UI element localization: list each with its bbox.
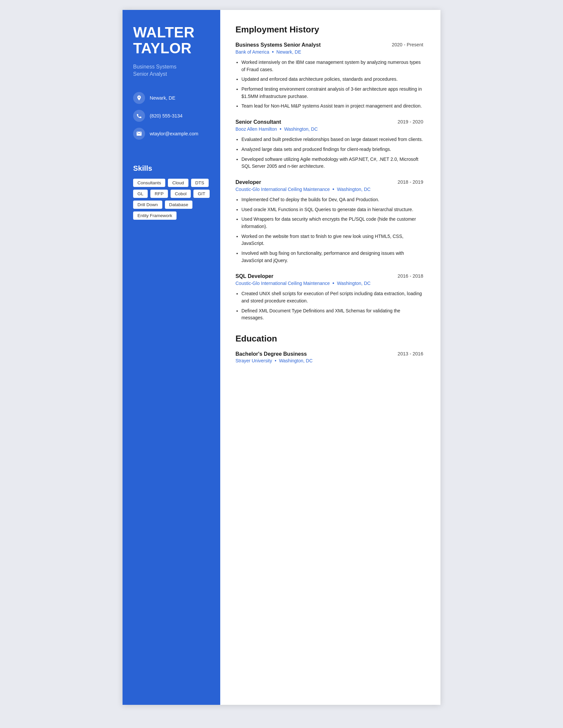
sidebar: WALTER TAYLOR Business SystemsSenior Ana… [122,10,220,705]
bullet-item: Involved with bug fixing on functionalit… [241,250,423,264]
edu-dates: 2013 - 2016 [398,351,423,356]
job-header: Senior Consultant 2019 - 2020 [235,119,423,125]
company-location: Washington, DC [337,187,370,192]
contact-email: wtaylor@example.com [133,128,210,140]
dot-separator: • [274,358,276,363]
skill-tag: Consultants [133,179,165,187]
job-company: Bank of America • Newark, DE [235,49,423,55]
skills-tags: ConsultantsCloudDTSGLRFPCobolGITDrill Do… [133,179,210,220]
bullet-item: Developed software utilizing Agile metho… [241,156,423,170]
job-bullets: Implemented Chef to deploy the builds fo… [235,196,423,264]
bullet-item: Evaluated and built predictive relations… [241,136,423,143]
bullet-item: Defined XML Document Type Definitions an… [241,307,423,322]
skill-tag: Cloud [168,179,188,187]
job-dates: 2019 - 2020 [398,119,423,124]
email-icon [133,128,145,140]
education-section: Education Bachelor's Degree Business 201… [235,334,423,363]
job-dates: 2020 - Present [392,42,423,47]
bullet-item: Implemented Chef to deploy the builds fo… [241,196,423,204]
dot-separator: • [333,186,335,192]
job-block: SQL Developer 2016 - 2018 Coustic-Glo In… [235,273,423,322]
company-name: Coustic-Glo International Ceiling Mainte… [235,281,330,286]
company-name: Bank of America [235,49,269,55]
skill-tag: GL [133,190,148,198]
job-title: Business Systems Senior Analyst [235,42,321,48]
company-name: Booz Allen Hamilton [235,126,277,132]
education-section-title: Education [235,334,423,344]
job-block: Developer 2018 - 2019 Coustic-Glo Intern… [235,179,423,264]
skills-heading: Skills [133,164,210,173]
skill-tag: Drill Down [133,201,162,209]
skill-tag: Database [165,201,193,209]
employment-section: Employment History Business Systems Seni… [235,24,423,322]
skills-section: Skills ConsultantsCloudDTSGLRFPCobolGITD… [133,164,210,220]
job-bullets: Created UNIX shell scripts for execution… [235,290,423,322]
job-dates: 2016 - 2018 [398,273,423,279]
job-title: Developer [235,179,261,185]
person-name: WALTER TAYLOR [133,24,210,57]
job-company: Coustic-Glo International Ceiling Mainte… [235,186,423,192]
job-bullets: Evaluated and built predictive relations… [235,136,423,170]
phone-text: (820) 555-3134 [150,113,182,118]
person-title: Business SystemsSenior Analyst [133,63,210,78]
location-text: Newark, DE [150,95,175,101]
job-company: Coustic-Glo International Ceiling Mainte… [235,280,423,286]
job-block: Business Systems Senior Analyst 2020 - P… [235,42,423,110]
employment-section-title: Employment History [235,24,423,35]
job-title: Senior Consultant [235,119,281,125]
skill-tag: DTS [191,179,209,187]
job-header: Business Systems Senior Analyst 2020 - P… [235,42,423,48]
edu-header: Bachelor's Degree Business 2013 - 2016 [235,351,423,357]
bullet-item: Performed testing environment constraint… [241,86,423,100]
job-header: Developer 2018 - 2019 [235,179,423,185]
bullet-item: Used oracle XML Functions in SQL Queries… [241,206,423,213]
contact-phone: (820) 555-3134 [133,110,210,122]
dot-separator: • [279,126,282,132]
skill-tag: GIT [193,190,210,198]
resume-container: WALTER TAYLOR Business SystemsSenior Ana… [122,10,441,705]
job-company: Booz Allen Hamilton • Washington, DC [235,126,423,132]
bullet-item: Analyzed large data sets and produced fi… [241,146,423,153]
skill-tag: RFP [150,190,168,198]
job-dates: 2018 - 2019 [398,179,423,185]
company-name: Coustic-Glo International Ceiling Mainte… [235,187,330,192]
job-header: SQL Developer 2016 - 2018 [235,273,423,279]
contact-location: Newark, DE [133,92,210,104]
edu-school: Strayer University • Washington, DC [235,358,423,363]
company-location: Newark, DE [276,49,302,55]
bullet-item: Team lead for Non-HAL M&P systems Assist… [241,103,423,110]
phone-icon [133,110,145,122]
main-content: Employment History Business Systems Seni… [220,10,441,705]
jobs-container: Business Systems Senior Analyst 2020 - P… [235,42,423,322]
location-icon [133,92,145,104]
job-block: Senior Consultant 2019 - 2020 Booz Allen… [235,119,423,170]
job-title: SQL Developer [235,273,273,279]
bullet-item: Created UNIX shell scripts for execution… [241,290,423,304]
bullet-item: Worked intensively on the IBM case manag… [241,59,423,73]
company-location: Washington, DC [284,126,318,132]
job-bullets: Worked intensively on the IBM case manag… [235,59,423,110]
edu-container: Bachelor's Degree Business 2013 - 2016 S… [235,351,423,363]
edu-block: Bachelor's Degree Business 2013 - 2016 S… [235,351,423,363]
dot-separator: • [272,49,274,55]
school-name: Strayer University [235,358,272,363]
email-text: wtaylor@example.com [150,131,198,136]
bullet-item: Used Wrappers for data security which en… [241,216,423,230]
company-location: Washington, DC [337,281,370,286]
school-location: Washington, DC [279,358,312,363]
bullet-item: Updated and enforced data architecture p… [241,76,423,83]
skill-tag: Cobol [170,190,191,198]
bullet-item: Worked on the website from start to fini… [241,233,423,247]
skill-tag: Entity Framework [133,211,176,220]
dot-separator: • [333,280,335,286]
edu-degree: Bachelor's Degree Business [235,351,307,357]
